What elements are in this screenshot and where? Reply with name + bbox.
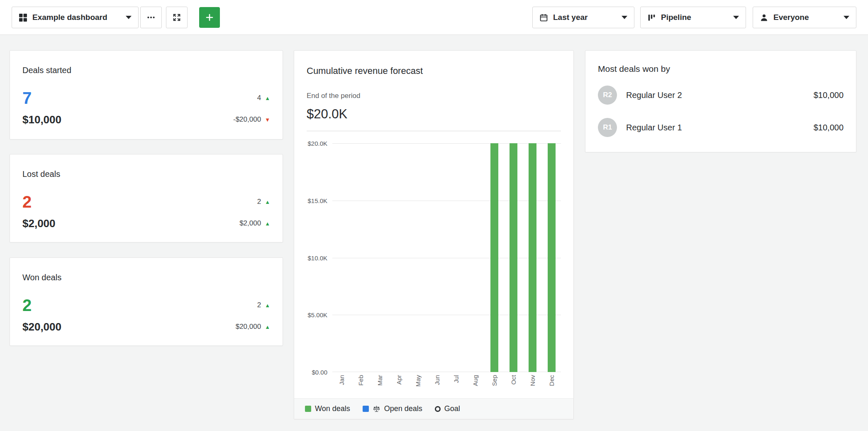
dashboard-grid-icon [19,13,27,22]
fullscreen-button[interactable] [166,7,188,28]
open-deals-marker-icon [363,406,369,412]
plot-area [332,143,561,372]
y-tick-label: $10.0K [294,254,327,261]
chart-subtitle: End of the period [307,92,360,100]
bar-nov[interactable] [529,143,536,372]
amount-delta: $20,000 ▲ [236,323,270,331]
chevron-down-icon [844,16,849,19]
count-delta: 2 ▲ [257,198,270,206]
plus-icon [205,12,215,22]
most-deals-won-card: Most deals won by R2 Regular User 2 $10,… [585,50,856,152]
leaderboard-row[interactable]: R2 Regular User 2 $10,000 [598,86,844,105]
chart-legend: Won deals Open deals Goal [294,398,573,419]
deals-started-count: 7 [22,89,32,107]
user-name: Regular User 2 [626,91,682,100]
chevron-down-icon [126,16,132,19]
x-tick-label: Mar [376,375,383,386]
goal-marker-icon [435,406,441,412]
trend-up-icon: ▲ [265,221,270,226]
amount-delta: -$20,000 ▼ [233,115,270,124]
y-tick-label: $5.00K [294,311,327,318]
won-amount: $10,000 [814,123,844,132]
bar-oct[interactable] [510,143,517,372]
x-tick-label: May [414,375,422,387]
owner-filter-label: Everyone [773,13,809,22]
owner-filter-dropdown[interactable]: Everyone [753,7,856,28]
dashboard-selector[interactable]: Example dashboard [12,7,139,28]
avatar: R1 [598,118,617,137]
won-deals-marker-icon [305,406,311,412]
chart-title: Cumulative revenue forecast [307,66,423,76]
trend-up-icon: ▲ [265,303,270,308]
lost-deals-amount: $2,000 [22,217,56,230]
leaderboard-row[interactable]: R1 Regular User 1 $10,000 [598,118,844,137]
trend-up-icon: ▲ [265,96,270,101]
won-deals-amount: $20,000 [22,321,61,333]
y-tick-label: $0.00 [294,369,327,376]
user-name: Regular User 1 [626,123,682,132]
amount-delta: $2,000 ▲ [239,219,270,228]
bar-sep[interactable] [490,143,498,372]
divider [307,131,561,131]
card-title: Won deals [22,273,270,282]
trend-down-icon: ▼ [265,117,270,122]
lost-deals-card: Lost deals 2 2 ▲ $2,000 $2,000 ▲ [10,154,283,242]
chevron-down-icon [733,16,739,19]
dashboard-selector-label: Example dashboard [32,13,107,22]
x-tick-label: Nov [529,375,536,386]
deals-started-card: Deals started 7 4 ▲ $10,000 -$20,000 ▼ [10,50,283,140]
avatar: R2 [598,86,617,105]
card-title: Lost deals [22,169,270,179]
period-filter-label: Last year [553,13,588,22]
forecast-total: $20.0K [307,107,347,122]
x-tick-label: Dec [548,375,555,386]
x-axis: JanFebMarAprMayJunJulAugSepOctNovDec [332,375,561,397]
legend-won-deals[interactable]: Won deals [305,404,350,413]
revenue-forecast-card: Cumulative revenue forecast End of the p… [294,50,574,419]
x-tick-label: Jun [434,375,441,385]
count-delta: 4 ▲ [257,94,270,102]
pipeline-filter-dropdown[interactable]: Pipeline [640,7,746,28]
card-title: Deals started [22,66,270,75]
lost-deals-count: 2 [22,193,32,211]
more-options-button[interactable] [140,7,162,28]
x-tick-label: Apr [395,375,402,384]
x-tick-label: Jul [453,375,460,383]
x-tick-label: Sep [491,375,498,386]
user-icon [760,13,768,22]
legend-goal[interactable]: Goal [435,404,460,413]
y-tick-label: $15.0K [294,197,327,204]
ellipsis-icon [146,13,156,22]
bar-dec[interactable] [548,143,556,372]
add-report-button[interactable] [199,7,220,28]
x-tick-label: Oct [510,375,517,384]
pipeline-icon [647,13,656,22]
card-title: Most deals won by [598,64,844,74]
y-axis: $20.0K$15.0K$10.0K$5.00K$0.00 [294,143,327,372]
bars [332,143,561,372]
won-deals-card: Won deals 2 2 ▲ $20,000 $20,000 ▲ [10,257,283,346]
won-deals-count: 2 [22,296,32,314]
x-tick-label: Aug [472,375,479,386]
deals-started-amount: $10,000 [22,113,61,126]
insights-dashboard: { "colors": { "accent_green": "#28a24b",… [0,0,868,431]
x-tick-label: Feb [357,375,364,386]
y-tick-label: $20.0K [294,140,327,147]
x-tick-label: Jan [338,375,345,385]
chevron-down-icon [622,16,627,19]
count-delta: 2 ▲ [257,301,270,309]
scale-icon [373,405,380,413]
calendar-icon [539,13,548,22]
period-filter-dropdown[interactable]: Last year [532,7,634,28]
expand-icon [172,13,181,22]
won-amount: $10,000 [814,91,844,100]
trend-up-icon: ▲ [265,324,270,330]
legend-open-deals[interactable]: Open deals [363,404,422,413]
pipeline-filter-label: Pipeline [661,13,691,22]
trend-up-icon: ▲ [265,199,270,205]
toolbar: Example dashboard Last year Pipeline [0,0,868,35]
